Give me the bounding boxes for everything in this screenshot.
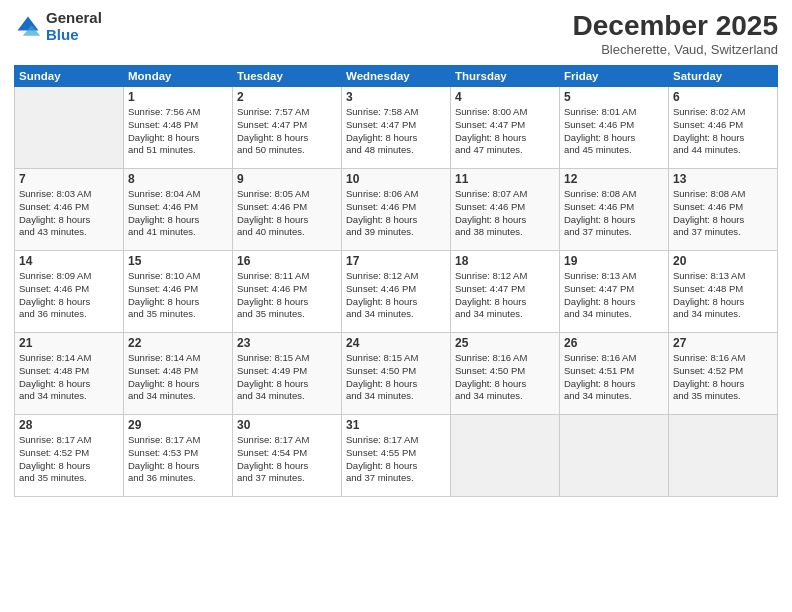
day-info: Sunrise: 7:58 AM Sunset: 4:47 PM Dayligh… [346, 106, 446, 157]
day-cell: 20Sunrise: 8:13 AM Sunset: 4:48 PM Dayli… [669, 251, 778, 333]
day-cell: 27Sunrise: 8:16 AM Sunset: 4:52 PM Dayli… [669, 333, 778, 415]
day-number: 23 [237, 336, 337, 350]
day-info: Sunrise: 8:13 AM Sunset: 4:47 PM Dayligh… [564, 270, 664, 321]
day-info: Sunrise: 8:17 AM Sunset: 4:55 PM Dayligh… [346, 434, 446, 485]
day-info: Sunrise: 8:01 AM Sunset: 4:46 PM Dayligh… [564, 106, 664, 157]
day-info: Sunrise: 8:11 AM Sunset: 4:46 PM Dayligh… [237, 270, 337, 321]
day-number: 15 [128, 254, 228, 268]
day-number: 2 [237, 90, 337, 104]
day-number: 9 [237, 172, 337, 186]
day-number: 6 [673, 90, 773, 104]
week-row-0: 1Sunrise: 7:56 AM Sunset: 4:48 PM Daylig… [15, 87, 778, 169]
col-header-friday: Friday [560, 66, 669, 87]
day-number: 21 [19, 336, 119, 350]
day-info: Sunrise: 8:03 AM Sunset: 4:46 PM Dayligh… [19, 188, 119, 239]
day-cell: 17Sunrise: 8:12 AM Sunset: 4:46 PM Dayli… [342, 251, 451, 333]
day-cell: 28Sunrise: 8:17 AM Sunset: 4:52 PM Dayli… [15, 415, 124, 497]
day-info: Sunrise: 8:16 AM Sunset: 4:52 PM Dayligh… [673, 352, 773, 403]
day-cell: 15Sunrise: 8:10 AM Sunset: 4:46 PM Dayli… [124, 251, 233, 333]
day-cell: 29Sunrise: 8:17 AM Sunset: 4:53 PM Dayli… [124, 415, 233, 497]
day-info: Sunrise: 8:12 AM Sunset: 4:46 PM Dayligh… [346, 270, 446, 321]
day-number: 25 [455, 336, 555, 350]
day-info: Sunrise: 8:07 AM Sunset: 4:46 PM Dayligh… [455, 188, 555, 239]
day-cell: 18Sunrise: 8:12 AM Sunset: 4:47 PM Dayli… [451, 251, 560, 333]
day-cell: 11Sunrise: 8:07 AM Sunset: 4:46 PM Dayli… [451, 169, 560, 251]
day-info: Sunrise: 8:00 AM Sunset: 4:47 PM Dayligh… [455, 106, 555, 157]
day-cell: 3Sunrise: 7:58 AM Sunset: 4:47 PM Daylig… [342, 87, 451, 169]
day-info: Sunrise: 7:56 AM Sunset: 4:48 PM Dayligh… [128, 106, 228, 157]
logo-text: General Blue [46, 10, 102, 43]
day-info: Sunrise: 8:17 AM Sunset: 4:52 PM Dayligh… [19, 434, 119, 485]
day-number: 30 [237, 418, 337, 432]
day-number: 22 [128, 336, 228, 350]
day-cell: 13Sunrise: 8:08 AM Sunset: 4:46 PM Dayli… [669, 169, 778, 251]
day-number: 11 [455, 172, 555, 186]
day-cell: 26Sunrise: 8:16 AM Sunset: 4:51 PM Dayli… [560, 333, 669, 415]
day-cell: 7Sunrise: 8:03 AM Sunset: 4:46 PM Daylig… [15, 169, 124, 251]
day-info: Sunrise: 7:57 AM Sunset: 4:47 PM Dayligh… [237, 106, 337, 157]
day-info: Sunrise: 8:14 AM Sunset: 4:48 PM Dayligh… [128, 352, 228, 403]
day-number: 16 [237, 254, 337, 268]
day-cell: 4Sunrise: 8:00 AM Sunset: 4:47 PM Daylig… [451, 87, 560, 169]
week-row-3: 21Sunrise: 8:14 AM Sunset: 4:48 PM Dayli… [15, 333, 778, 415]
day-number: 8 [128, 172, 228, 186]
day-cell: 30Sunrise: 8:17 AM Sunset: 4:54 PM Dayli… [233, 415, 342, 497]
day-number: 20 [673, 254, 773, 268]
day-info: Sunrise: 8:15 AM Sunset: 4:50 PM Dayligh… [346, 352, 446, 403]
day-info: Sunrise: 8:08 AM Sunset: 4:46 PM Dayligh… [564, 188, 664, 239]
day-cell: 6Sunrise: 8:02 AM Sunset: 4:46 PM Daylig… [669, 87, 778, 169]
day-number: 18 [455, 254, 555, 268]
day-number: 29 [128, 418, 228, 432]
day-cell: 22Sunrise: 8:14 AM Sunset: 4:48 PM Dayli… [124, 333, 233, 415]
day-info: Sunrise: 8:15 AM Sunset: 4:49 PM Dayligh… [237, 352, 337, 403]
day-cell: 19Sunrise: 8:13 AM Sunset: 4:47 PM Dayli… [560, 251, 669, 333]
day-cell [560, 415, 669, 497]
day-number: 12 [564, 172, 664, 186]
day-cell: 14Sunrise: 8:09 AM Sunset: 4:46 PM Dayli… [15, 251, 124, 333]
day-number: 7 [19, 172, 119, 186]
subtitle: Blecherette, Vaud, Switzerland [573, 42, 778, 57]
day-cell: 31Sunrise: 8:17 AM Sunset: 4:55 PM Dayli… [342, 415, 451, 497]
day-cell: 10Sunrise: 8:06 AM Sunset: 4:46 PM Dayli… [342, 169, 451, 251]
week-row-1: 7Sunrise: 8:03 AM Sunset: 4:46 PM Daylig… [15, 169, 778, 251]
day-info: Sunrise: 8:17 AM Sunset: 4:53 PM Dayligh… [128, 434, 228, 485]
day-cell: 5Sunrise: 8:01 AM Sunset: 4:46 PM Daylig… [560, 87, 669, 169]
day-cell: 23Sunrise: 8:15 AM Sunset: 4:49 PM Dayli… [233, 333, 342, 415]
header: General Blue December 2025 Blecherette, … [14, 10, 778, 57]
day-info: Sunrise: 8:04 AM Sunset: 4:46 PM Dayligh… [128, 188, 228, 239]
day-cell: 1Sunrise: 7:56 AM Sunset: 4:48 PM Daylig… [124, 87, 233, 169]
day-info: Sunrise: 8:16 AM Sunset: 4:50 PM Dayligh… [455, 352, 555, 403]
day-info: Sunrise: 8:17 AM Sunset: 4:54 PM Dayligh… [237, 434, 337, 485]
day-cell: 9Sunrise: 8:05 AM Sunset: 4:46 PM Daylig… [233, 169, 342, 251]
day-info: Sunrise: 8:16 AM Sunset: 4:51 PM Dayligh… [564, 352, 664, 403]
day-number: 4 [455, 90, 555, 104]
header-row: SundayMondayTuesdayWednesdayThursdayFrid… [15, 66, 778, 87]
day-number: 1 [128, 90, 228, 104]
day-cell: 21Sunrise: 8:14 AM Sunset: 4:48 PM Dayli… [15, 333, 124, 415]
day-info: Sunrise: 8:02 AM Sunset: 4:46 PM Dayligh… [673, 106, 773, 157]
day-info: Sunrise: 8:08 AM Sunset: 4:46 PM Dayligh… [673, 188, 773, 239]
day-number: 26 [564, 336, 664, 350]
day-number: 28 [19, 418, 119, 432]
title-section: December 2025 Blecherette, Vaud, Switzer… [573, 10, 778, 57]
logo: General Blue [14, 10, 102, 43]
day-number: 13 [673, 172, 773, 186]
day-cell [669, 415, 778, 497]
day-cell: 8Sunrise: 8:04 AM Sunset: 4:46 PM Daylig… [124, 169, 233, 251]
day-info: Sunrise: 8:10 AM Sunset: 4:46 PM Dayligh… [128, 270, 228, 321]
day-info: Sunrise: 8:05 AM Sunset: 4:46 PM Dayligh… [237, 188, 337, 239]
day-info: Sunrise: 8:12 AM Sunset: 4:47 PM Dayligh… [455, 270, 555, 321]
day-number: 10 [346, 172, 446, 186]
day-number: 5 [564, 90, 664, 104]
day-info: Sunrise: 8:13 AM Sunset: 4:48 PM Dayligh… [673, 270, 773, 321]
col-header-thursday: Thursday [451, 66, 560, 87]
day-number: 14 [19, 254, 119, 268]
day-info: Sunrise: 8:09 AM Sunset: 4:46 PM Dayligh… [19, 270, 119, 321]
col-header-sunday: Sunday [15, 66, 124, 87]
day-number: 19 [564, 254, 664, 268]
svg-marker-0 [18, 16, 39, 30]
day-number: 24 [346, 336, 446, 350]
day-cell [451, 415, 560, 497]
col-header-saturday: Saturday [669, 66, 778, 87]
week-row-4: 28Sunrise: 8:17 AM Sunset: 4:52 PM Dayli… [15, 415, 778, 497]
